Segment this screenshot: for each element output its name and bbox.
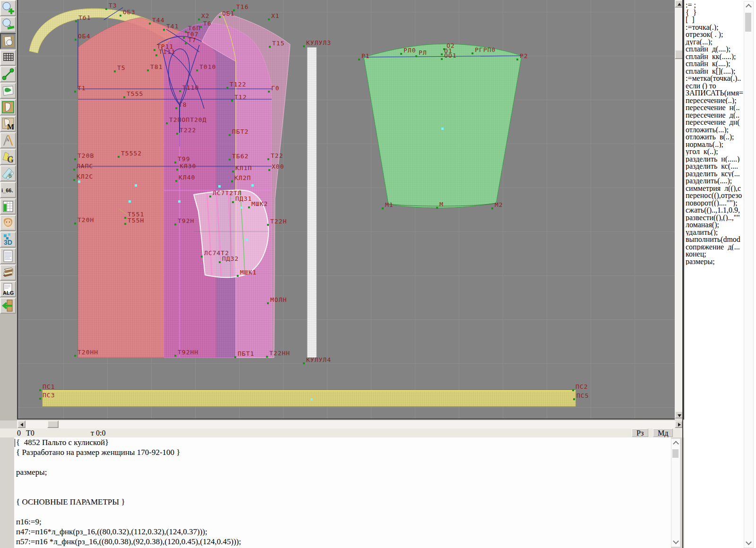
exit-icon[interactable] bbox=[0, 298, 16, 314]
point-label: Г0 bbox=[271, 86, 280, 91]
point-label: Т2ПОПТ20Д bbox=[169, 117, 206, 123]
rz-button[interactable]: Рз bbox=[632, 428, 648, 437]
point-label: Р2 bbox=[520, 53, 528, 59]
code-editor[interactable]: { 4852 Пальто с кулиской}{ Разработано н… bbox=[14, 437, 671, 548]
panel-scroll-thumb[interactable] bbox=[745, 13, 751, 32]
point-label: М1 bbox=[385, 202, 394, 208]
code-line: п47:=п16*л_фнк(рз_16,((80,0.32),(112,0.3… bbox=[14, 527, 671, 537]
pattern-piece-icon[interactable] bbox=[0, 99, 16, 115]
point-label: Т22 bbox=[271, 153, 283, 159]
svg-text:M: M bbox=[7, 123, 14, 130]
books-icon[interactable] bbox=[0, 265, 16, 281]
point-label: Т7 bbox=[188, 37, 197, 43]
hscroll-thumb[interactable] bbox=[47, 420, 59, 428]
point-label: Т99 bbox=[178, 156, 190, 162]
point-label: МОЛН bbox=[270, 297, 287, 303]
point-label: РЛ bbox=[419, 50, 427, 56]
svg-text:ALG: ALG bbox=[3, 290, 14, 296]
code-line: размеры; bbox=[14, 467, 671, 477]
point-label: Т81 bbox=[150, 64, 163, 70]
down-chevron-icon[interactable] bbox=[673, 538, 679, 544]
svg-text:3D: 3D bbox=[4, 239, 12, 246]
status-point: Т0 bbox=[26, 429, 34, 437]
code-line bbox=[14, 477, 671, 487]
point-label: Т555 bbox=[127, 91, 143, 97]
drafting-a-icon[interactable]: A bbox=[0, 132, 16, 148]
snap-dot bbox=[251, 184, 254, 187]
measure-line-icon[interactable] bbox=[0, 66, 16, 82]
point-label: Т41 bbox=[166, 24, 179, 29]
snap-dot bbox=[241, 206, 243, 209]
point-label: ПД32 bbox=[222, 256, 239, 262]
snap-dot bbox=[246, 239, 248, 241]
snap-dot bbox=[310, 398, 313, 401]
drawstring-strip-piece[interactable] bbox=[307, 47, 317, 358]
left-arrow-icon bbox=[20, 423, 23, 427]
image-icon[interactable] bbox=[0, 83, 16, 99]
toolbar: M A G 8 i_66. 3D ALG bbox=[0, 0, 17, 420]
point-label: КЛ2П bbox=[234, 175, 251, 181]
editor-left-margin bbox=[0, 437, 15, 548]
svg-text:8: 8 bbox=[9, 172, 12, 179]
preview-zoom-icon[interactable] bbox=[0, 33, 16, 49]
algorithms-icon[interactable]: ALG bbox=[0, 281, 16, 297]
text-caret bbox=[15, 439, 15, 447]
status-pos: 0 bbox=[17, 429, 21, 437]
code-line: { 4852 Пальто с кулиской} bbox=[14, 437, 671, 447]
up-arrow-icon bbox=[678, 3, 681, 6]
point-label: Т111 bbox=[159, 49, 175, 55]
drawing-canvas[interactable]: Т3ОБ3Т16Х2ОБ1Х1Тб1Т44Т41Т6Т6ПТ07Т7ОБ4Т15… bbox=[17, 0, 675, 420]
point-label: Тб1 bbox=[78, 15, 91, 21]
point-label: Т122 bbox=[230, 82, 246, 87]
sleeve-piece[interactable] bbox=[364, 44, 522, 208]
i66-label-icon[interactable]: i_66. bbox=[0, 182, 16, 198]
model-photo-icon[interactable] bbox=[0, 215, 16, 231]
grid-icon[interactable] bbox=[0, 50, 16, 66]
right-arrow-icon bbox=[678, 423, 681, 427]
table-icon[interactable] bbox=[0, 198, 16, 214]
point-label: КЛ30 bbox=[180, 163, 196, 169]
zoom-in-icon[interactable] bbox=[0, 0, 16, 16]
point-label: РЛ0 bbox=[404, 48, 416, 53]
snap-dot bbox=[218, 185, 221, 188]
editor-scroll-thumb[interactable] bbox=[672, 449, 679, 458]
point-label: Т92НН bbox=[178, 350, 198, 355]
pattern-m-icon[interactable]: M bbox=[0, 116, 16, 132]
snap-dot bbox=[78, 180, 80, 183]
code-line: { ОСНОВНЫЕ ПАРАМЕТРЫ } bbox=[14, 497, 671, 507]
point-label: ЛАПС bbox=[77, 163, 93, 169]
point-label: Т1 bbox=[77, 86, 86, 91]
belt-band-piece[interactable] bbox=[43, 391, 576, 406]
editor-scrollbar[interactable] bbox=[671, 438, 680, 547]
point-label: ПБТ2 bbox=[232, 129, 249, 135]
scroll-right-button[interactable] bbox=[675, 420, 683, 428]
zoom-out-icon[interactable] bbox=[0, 17, 16, 33]
svg-text:A: A bbox=[6, 137, 9, 142]
up-chevron-icon[interactable] bbox=[746, 4, 752, 10]
canvas-hscrollbar[interactable] bbox=[17, 420, 684, 428]
svg-text:i_66.: i_66. bbox=[1, 188, 13, 193]
point-label: Т8 bbox=[179, 102, 187, 108]
document-list-icon[interactable] bbox=[0, 248, 16, 264]
point-label: КУЛУЛ4 bbox=[306, 357, 331, 363]
point-label: Х1 bbox=[271, 13, 280, 19]
point-label: М2 bbox=[495, 202, 503, 208]
code-line: п57:=п16 *л_фнк(рз_16,((80,0.38),(92,0.3… bbox=[14, 537, 671, 547]
point-label: КУЛУЛЗ bbox=[306, 40, 331, 46]
up-chevron-icon[interactable] bbox=[673, 441, 679, 447]
snap-dot bbox=[178, 200, 180, 203]
point-label: ОБ3 bbox=[123, 9, 135, 15]
panel-divider bbox=[682, 0, 683, 548]
rulers-8-icon[interactable]: 8 bbox=[0, 165, 16, 181]
down-chevron-icon[interactable] bbox=[746, 539, 752, 545]
code-line bbox=[14, 507, 671, 517]
md-button[interactable]: Мд bbox=[653, 428, 673, 437]
panel-scrollbar[interactable] bbox=[744, 1, 754, 548]
scroll-left-button[interactable] bbox=[17, 420, 26, 428]
point-label: Т20НН bbox=[77, 350, 98, 355]
point-label: МШК1 bbox=[240, 270, 257, 275]
pattern-g-icon[interactable]: G bbox=[0, 149, 16, 165]
snap-dot bbox=[135, 184, 137, 187]
3d-view-icon[interactable]: 3D bbox=[0, 231, 16, 248]
point-label: Т44 bbox=[152, 17, 164, 23]
